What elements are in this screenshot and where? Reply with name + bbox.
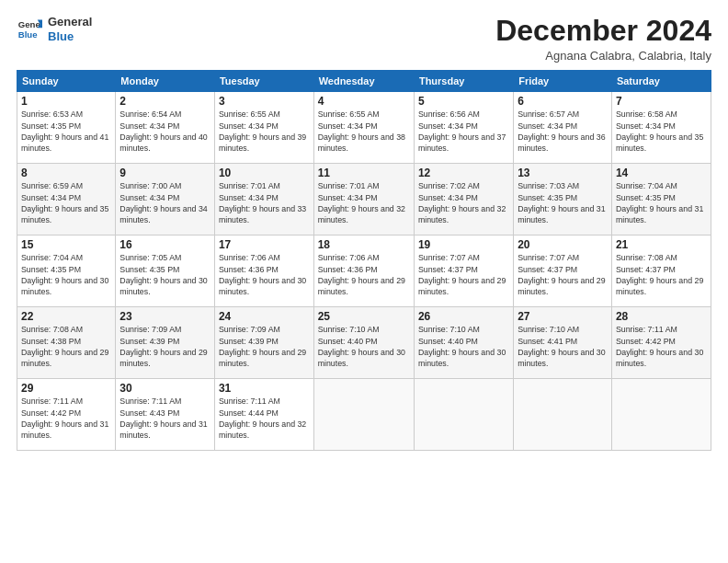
logo-icon: General Blue: [17, 17, 42, 42]
calendar-cell: 31 Sunrise: 7:11 AMSunset: 4:44 PMDaylig…: [214, 379, 313, 451]
day-number: 26: [418, 310, 509, 323]
day-info: Sunrise: 7:09 AMSunset: 4:39 PMDaylight:…: [119, 325, 207, 368]
day-info: Sunrise: 7:10 AMSunset: 4:40 PMDaylight:…: [418, 325, 506, 368]
title-area: December 2024 Agnana Calabra, Calabria, …: [495, 15, 711, 63]
day-info: Sunrise: 7:02 AMSunset: 4:34 PMDaylight:…: [418, 181, 506, 224]
day-number: 21: [616, 238, 707, 251]
header: General Blue General Blue December 2024 …: [17, 15, 711, 63]
day-info: Sunrise: 6:56 AMSunset: 4:34 PMDaylight:…: [418, 109, 506, 153]
calendar-cell: 2 Sunrise: 6:54 AMSunset: 4:34 PMDayligh…: [116, 92, 215, 164]
day-number: 9: [119, 167, 210, 179]
calendar-cell: 3 Sunrise: 6:55 AMSunset: 4:34 PMDayligh…: [214, 92, 313, 164]
day-number: 8: [21, 167, 111, 179]
day-number: 10: [219, 167, 310, 179]
calendar-cell: 12 Sunrise: 7:02 AMSunset: 4:34 PMDaylig…: [414, 164, 513, 236]
calendar-cell: 9 Sunrise: 7:00 AMSunset: 4:34 PMDayligh…: [116, 164, 215, 236]
day-info: Sunrise: 7:05 AMSunset: 4:35 PMDaylight:…: [119, 253, 207, 296]
day-info: Sunrise: 6:59 AMSunset: 4:34 PMDaylight:…: [21, 181, 108, 224]
day-number: 13: [518, 167, 608, 179]
day-number: 30: [119, 382, 210, 395]
day-info: Sunrise: 7:04 AMSunset: 4:35 PMDaylight:…: [616, 181, 703, 224]
day-info: Sunrise: 7:06 AMSunset: 4:36 PMDaylight:…: [219, 253, 306, 296]
day-info: Sunrise: 6:53 AMSunset: 4:35 PMDaylight:…: [21, 109, 108, 153]
day-number: 14: [616, 167, 707, 179]
day-number: 19: [418, 238, 509, 251]
calendar-cell: 5 Sunrise: 6:56 AMSunset: 4:34 PMDayligh…: [414, 92, 513, 164]
day-number: 24: [219, 310, 310, 323]
day-info: Sunrise: 6:58 AMSunset: 4:34 PMDaylight:…: [616, 109, 703, 153]
day-info: Sunrise: 7:00 AMSunset: 4:34 PMDaylight:…: [119, 181, 207, 224]
calendar-cell: 23 Sunrise: 7:09 AMSunset: 4:39 PMDaylig…: [116, 307, 215, 379]
day-info: Sunrise: 7:11 AMSunset: 4:43 PMDaylight:…: [119, 396, 207, 440]
calendar-cell: 27 Sunrise: 7:10 AMSunset: 4:41 PMDaylig…: [514, 307, 612, 379]
calendar-header-row: SundayMondayTuesdayWednesdayThursdayFrid…: [17, 71, 711, 92]
week-row-1: 1 Sunrise: 6:53 AMSunset: 4:35 PMDayligh…: [17, 92, 711, 164]
day-info: Sunrise: 7:06 AMSunset: 4:36 PMDaylight:…: [318, 253, 405, 296]
calendar-cell: 7 Sunrise: 6:58 AMSunset: 4:34 PMDayligh…: [611, 92, 711, 164]
day-info: Sunrise: 7:08 AMSunset: 4:38 PMDaylight:…: [21, 325, 108, 368]
week-row-4: 22 Sunrise: 7:08 AMSunset: 4:38 PMDaylig…: [17, 307, 711, 379]
header-monday: Monday: [116, 71, 215, 92]
day-number: 6: [518, 95, 608, 108]
page: General Blue General Blue December 2024 …: [0, 0, 728, 563]
day-number: 3: [219, 95, 310, 108]
day-number: 31: [219, 382, 310, 395]
day-number: 20: [518, 238, 608, 251]
week-row-5: 29 Sunrise: 7:11 AMSunset: 4:42 PMDaylig…: [17, 379, 711, 451]
logo-line1: General: [48, 15, 92, 29]
header-wednesday: Wednesday: [313, 71, 414, 92]
day-number: 2: [119, 95, 210, 108]
calendar-cell: 15 Sunrise: 7:04 AMSunset: 4:35 PMDaylig…: [17, 236, 116, 307]
calendar-cell: 21 Sunrise: 7:08 AMSunset: 4:37 PMDaylig…: [611, 236, 711, 307]
day-number: 25: [318, 310, 410, 323]
day-number: 22: [21, 310, 111, 323]
day-info: Sunrise: 7:11 AMSunset: 4:42 PMDaylight:…: [616, 325, 703, 368]
logo: General Blue General Blue: [17, 15, 92, 43]
day-info: Sunrise: 7:07 AMSunset: 4:37 PMDaylight:…: [418, 253, 506, 296]
week-row-3: 15 Sunrise: 7:04 AMSunset: 4:35 PMDaylig…: [17, 236, 711, 307]
day-info: Sunrise: 6:57 AMSunset: 4:34 PMDaylight:…: [518, 109, 605, 153]
day-info: Sunrise: 7:01 AMSunset: 4:34 PMDaylight:…: [318, 181, 405, 224]
calendar-cell: 20 Sunrise: 7:07 AMSunset: 4:37 PMDaylig…: [514, 236, 612, 307]
calendar-cell: [611, 379, 711, 451]
calendar-cell: 4 Sunrise: 6:55 AMSunset: 4:34 PMDayligh…: [313, 92, 414, 164]
calendar-cell: [313, 379, 414, 451]
day-number: 15: [21, 238, 111, 251]
day-info: Sunrise: 7:09 AMSunset: 4:39 PMDaylight:…: [219, 325, 306, 368]
calendar-cell: 28 Sunrise: 7:11 AMSunset: 4:42 PMDaylig…: [611, 307, 711, 379]
day-info: Sunrise: 7:01 AMSunset: 4:34 PMDaylight:…: [219, 181, 306, 224]
day-info: Sunrise: 7:10 AMSunset: 4:40 PMDaylight:…: [318, 325, 405, 368]
calendar-cell: 30 Sunrise: 7:11 AMSunset: 4:43 PMDaylig…: [116, 379, 215, 451]
calendar-table: SundayMondayTuesdayWednesdayThursdayFrid…: [17, 70, 711, 451]
day-number: 4: [318, 95, 410, 108]
day-info: Sunrise: 7:10 AMSunset: 4:41 PMDaylight:…: [518, 325, 605, 368]
calendar-cell: 18 Sunrise: 7:06 AMSunset: 4:36 PMDaylig…: [313, 236, 414, 307]
svg-text:Blue: Blue: [18, 29, 38, 39]
calendar-cell: 19 Sunrise: 7:07 AMSunset: 4:37 PMDaylig…: [414, 236, 513, 307]
day-info: Sunrise: 7:04 AMSunset: 4:35 PMDaylight:…: [21, 253, 108, 296]
calendar-cell: 14 Sunrise: 7:04 AMSunset: 4:35 PMDaylig…: [611, 164, 711, 236]
calendar-cell: 25 Sunrise: 7:10 AMSunset: 4:40 PMDaylig…: [313, 307, 414, 379]
day-number: 27: [518, 310, 608, 323]
week-row-2: 8 Sunrise: 6:59 AMSunset: 4:34 PMDayligh…: [17, 164, 711, 236]
day-info: Sunrise: 7:11 AMSunset: 4:44 PMDaylight:…: [219, 396, 306, 440]
day-info: Sunrise: 7:08 AMSunset: 4:37 PMDaylight:…: [616, 253, 703, 296]
header-thursday: Thursday: [414, 71, 513, 92]
day-number: 5: [418, 95, 509, 108]
day-info: Sunrise: 6:55 AMSunset: 4:34 PMDaylight:…: [219, 109, 306, 153]
day-info: Sunrise: 7:07 AMSunset: 4:37 PMDaylight:…: [518, 253, 605, 296]
header-tuesday: Tuesday: [214, 71, 313, 92]
day-info: Sunrise: 6:55 AMSunset: 4:34 PMDaylight:…: [318, 109, 405, 153]
header-saturday: Saturday: [611, 71, 711, 92]
day-info: Sunrise: 7:11 AMSunset: 4:42 PMDaylight:…: [21, 396, 108, 440]
calendar-cell: 29 Sunrise: 7:11 AMSunset: 4:42 PMDaylig…: [17, 379, 116, 451]
logo-line2: Blue: [48, 29, 92, 44]
day-number: 12: [418, 167, 509, 179]
calendar-cell: 6 Sunrise: 6:57 AMSunset: 4:34 PMDayligh…: [514, 92, 612, 164]
calendar-cell: [414, 379, 513, 451]
calendar-cell: 10 Sunrise: 7:01 AMSunset: 4:34 PMDaylig…: [214, 164, 313, 236]
calendar-cell: [514, 379, 612, 451]
month-title: December 2024: [495, 15, 711, 47]
day-number: 1: [21, 95, 111, 108]
day-number: 7: [616, 95, 707, 108]
